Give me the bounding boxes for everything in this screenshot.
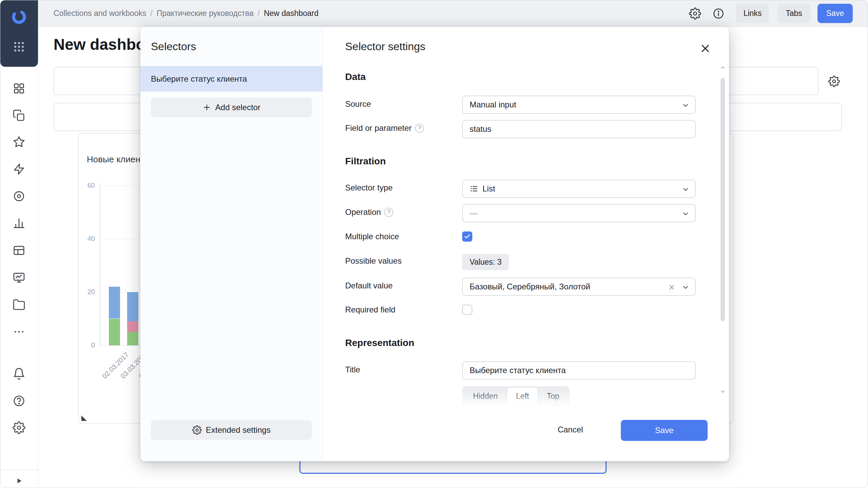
breadcrumb: Collections and workbooks / Практические… — [54, 0, 318, 26]
app-header: Collections and workbooks / Практические… — [0, 0, 868, 27]
bar-segment — [127, 321, 138, 332]
y-tick-label: 60 — [79, 182, 95, 189]
selector-settings-title: Selector settings — [345, 40, 426, 53]
bar-segment — [109, 287, 120, 319]
possible-values-label: Possible values — [345, 256, 402, 266]
header-info-button[interactable] — [711, 6, 726, 21]
title-label: Title — [345, 365, 360, 375]
header-save-button[interactable]: Save — [817, 4, 853, 23]
extended-settings-button[interactable]: Extended settings — [151, 420, 312, 440]
chevron-down-icon — [682, 283, 690, 291]
y-tick-label: 0 — [79, 341, 95, 349]
multiple-choice-label-text: Multiple choice — [345, 231, 399, 242]
possible-values-label-text: Possible values — [345, 256, 402, 266]
row-settings-button[interactable] — [827, 74, 842, 89]
selectors-panel-title: Selectors — [151, 40, 196, 53]
sidebar-item-disc[interactable] — [11, 188, 27, 204]
multiple-choice-checkbox[interactable] — [462, 231, 472, 242]
selectors-panel: Selectors Выберите статус клиента Add se… — [140, 27, 323, 461]
layers-icon — [13, 109, 25, 122]
help-circle-icon — [13, 394, 25, 407]
filtration-section-heading: Filtration — [345, 156, 386, 167]
chevron-down-icon — [682, 185, 690, 194]
selector-settings-dialog: Selectors Выберите статус клиента Add se… — [140, 27, 729, 461]
selector-list-item[interactable]: Выберите статус клиента — [140, 66, 322, 92]
breadcrumb-item-current: New dashboard — [264, 9, 318, 18]
sidebar-item-table[interactable] — [11, 242, 27, 259]
star-icon — [13, 136, 25, 148]
info-icon — [712, 7, 725, 20]
chevron-down-icon — [682, 210, 690, 218]
help-icon[interactable] — [415, 124, 424, 133]
title-input[interactable] — [462, 361, 696, 380]
placement-option-hidden[interactable]: Hidden — [463, 388, 507, 405]
sidebar-expand-button[interactable] — [11, 473, 27, 488]
default-value-select[interactable]: Базовый, Серебряный, Золотой — [462, 278, 696, 296]
breadcrumb-item-workbook[interactable]: Практические руководства — [157, 9, 254, 18]
operation-select[interactable]: — — [462, 204, 696, 222]
default-value-label-text: Default value — [345, 281, 393, 291]
required-field-label: Required field — [345, 305, 395, 315]
ellipsis-icon — [13, 325, 25, 338]
chevron-down-icon — [682, 101, 690, 109]
play-icon — [15, 476, 23, 485]
breadcrumb-item-collections[interactable]: Collections and workbooks — [54, 9, 146, 18]
widget-resize-handle[interactable] — [81, 415, 87, 421]
clear-icon[interactable] — [668, 284, 675, 291]
dialog-save-button[interactable]: Save — [621, 420, 708, 441]
sidebar — [0, 0, 38, 488]
close-dialog-button[interactable] — [698, 42, 712, 55]
plus-icon — [202, 103, 211, 112]
sidebar-item-settings[interactable] — [11, 420, 27, 436]
default-value-label: Default value — [345, 281, 393, 291]
sidebar-item-grid[interactable] — [11, 80, 27, 97]
sidebar-item-star[interactable] — [11, 134, 27, 150]
bar-segment — [127, 292, 138, 321]
sidebar-item-bar-chart[interactable] — [11, 215, 27, 231]
default-value-text: Базовый, Серебряный, Золотой — [470, 282, 590, 291]
disc-icon — [13, 190, 25, 203]
multiple-choice-label: Multiple choice — [345, 231, 399, 242]
table-icon — [13, 244, 25, 257]
sidebar-item-more[interactable] — [11, 324, 27, 340]
possible-values-button[interactable]: Values: 3 — [462, 254, 509, 270]
selector-type-label-text: Selector type — [345, 183, 393, 193]
selector-type-select[interactable]: List — [462, 180, 696, 198]
gear-icon — [828, 76, 840, 87]
sidebar-item-monitor[interactable] — [11, 269, 27, 286]
list-icon — [470, 184, 478, 193]
breadcrumb-separator: / — [151, 9, 153, 18]
representation-section-heading: Representation — [345, 338, 414, 348]
required-field-checkbox[interactable] — [462, 305, 472, 315]
y-axis-line — [100, 183, 100, 346]
screen: Collections and workbooks / Практические… — [0, 0, 868, 488]
add-selector-label: Add selector — [215, 103, 260, 112]
help-icon[interactable] — [384, 208, 393, 217]
extended-settings-label: Extended settings — [206, 425, 271, 435]
sidebar-item-notifications[interactable] — [11, 366, 27, 382]
sidebar-item-zap[interactable] — [11, 161, 27, 177]
scrollbar-thumb[interactable] — [721, 78, 725, 321]
sidebar-item-help[interactable] — [11, 393, 27, 409]
datalens-logo[interactable] — [9, 7, 28, 26]
selector-type-label: Selector type — [345, 183, 393, 193]
header-settings-button[interactable] — [688, 6, 703, 21]
source-select[interactable]: Manual input — [462, 96, 696, 114]
add-selector-button[interactable]: Add selector — [151, 98, 312, 117]
placement-option-left[interactable]: Left — [507, 388, 538, 405]
cancel-button[interactable]: Cancel — [547, 420, 594, 440]
scroll-up-arrow[interactable] — [720, 65, 726, 70]
field-input[interactable] — [462, 120, 696, 138]
links-button[interactable]: Links — [736, 4, 769, 23]
sidebar-divider — [0, 470, 38, 470]
placement-option-top[interactable]: Top — [538, 388, 568, 405]
scroll-down-arrow[interactable] — [720, 389, 726, 394]
field-label-text: Field or parameter — [345, 123, 412, 133]
title-placement-segmented: Hidden Left Top — [462, 386, 570, 406]
selector-type-value: List — [482, 184, 495, 194]
source-label-text: Source — [345, 99, 371, 109]
sidebar-item-layers[interactable] — [11, 107, 27, 124]
sidebar-item-folder[interactable] — [11, 297, 27, 313]
tabs-button[interactable]: Tabs — [777, 4, 810, 23]
apps-grid-button[interactable] — [13, 40, 25, 53]
